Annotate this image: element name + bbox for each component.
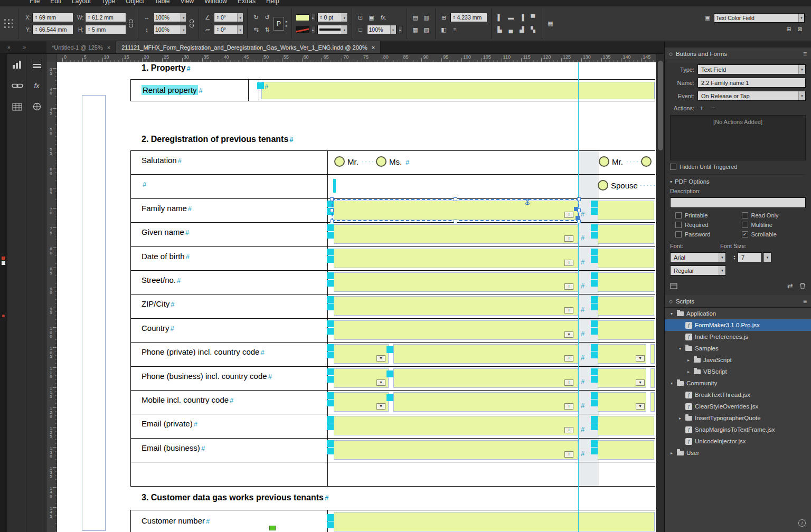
disclosure-icon[interactable]: ▾: [677, 346, 683, 351]
checkbox-icon[interactable]: [675, 212, 682, 218]
password-checkbox[interactable]: Password: [675, 231, 740, 238]
dock-collapse-icon[interactable]: »: [7, 44, 11, 50]
stepper-arrows-icon[interactable]: ▲▼: [732, 255, 737, 260]
grid-options-icon[interactable]: ▦: [546, 20, 555, 28]
panel-menu-icon[interactable]: ≡: [803, 50, 807, 58]
form-field-street-no-[interactable]: [334, 272, 578, 292]
form-field-family-name-2[interactable]: [598, 201, 654, 220]
flip-vertical-button[interactable]: ⇅: [262, 25, 272, 34]
effects-button[interactable]: fx.: [378, 13, 390, 22]
script-unicodeinjector-jsx[interactable]: ƒUnicodeInjector.jsx: [665, 435, 811, 447]
selection-handle[interactable]: [330, 220, 334, 223]
required-checkbox[interactable]: Required: [675, 222, 740, 228]
menu-extras[interactable]: Extras: [232, 0, 261, 3]
distribute-left-button[interactable]: ▙: [495, 25, 505, 34]
form-field-country[interactable]: [334, 320, 578, 340]
folder-inserttypographerquote[interactable]: ▸InsertTypographerQuote: [665, 412, 811, 424]
wrap-around-button[interactable]: ▥: [422, 13, 431, 22]
preview-panel-icon[interactable]: [670, 283, 677, 289]
checkbox-icon[interactable]: [675, 231, 682, 238]
vertical-scrollbar[interactable]: [656, 54, 664, 532]
selection-handle[interactable]: [577, 220, 581, 223]
script-snapmarginstotextframe-jsx[interactable]: ƒSnapMarginsToTextFrame.jsx: [665, 424, 811, 435]
wrap-none-button[interactable]: ▤: [411, 13, 420, 22]
salutation2-ms-radio[interactable]: [641, 156, 652, 167]
reference-point-proxy[interactable]: [3, 18, 14, 29]
menu-type[interactable]: Type: [96, 0, 120, 3]
opacity-expander-icon[interactable]: ▸: [398, 26, 403, 33]
auto-fit-button[interactable]: ≡: [450, 25, 460, 34]
hidden-until-triggered-checkbox[interactable]: Hidden Until Triggered: [670, 164, 806, 170]
printable-checkbox[interactable]: Printable: [675, 212, 740, 218]
disclosure-icon[interactable]: ▸: [686, 369, 691, 374]
form-field-customer-number[interactable]: [334, 512, 655, 531]
form-field-zip-city-2[interactable]: [598, 296, 654, 316]
tab-close-icon[interactable]: ×: [372, 44, 375, 51]
y-position-input[interactable]: ▲▼66.544 mm: [32, 25, 73, 34]
checkbox-icon[interactable]: ✓: [742, 231, 748, 238]
frame-fitting-icon[interactable]: ▣: [367, 13, 376, 22]
disclosure-icon[interactable]: ▾: [669, 311, 674, 316]
description-input[interactable]: [670, 197, 806, 208]
folder-vbscript[interactable]: ▸VBScript: [665, 366, 811, 377]
stroke-style-select[interactable]: ▾: [317, 25, 348, 34]
folder-community[interactable]: ▾Community: [665, 377, 811, 389]
corner-options-icon[interactable]: ⊞: [439, 13, 449, 22]
align-left-button[interactable]: ▌: [495, 13, 505, 22]
align-right-button[interactable]: ▐: [517, 13, 527, 22]
pdf-options-section[interactable]: ▾ PDF Options: [670, 174, 806, 185]
horizontal-ruler[interactable]: 0510152025303540455055606570758085909510…: [57, 54, 656, 62]
spouse-radio[interactable]: [598, 180, 608, 191]
document-tab[interactable]: *Untitled-1 @ 125%×: [46, 41, 116, 53]
empty-text-frame[interactable]: [82, 95, 106, 531]
form-field-given-name-2[interactable]: [598, 224, 654, 244]
stroke-weight-input[interactable]: ▲▼0 pt▾: [317, 13, 348, 22]
style-new-icon[interactable]: ⊞: [784, 25, 794, 34]
add-action-button[interactable]: +: [697, 104, 706, 112]
color-panel-icon[interactable]: [27, 96, 46, 117]
form-field-street-no--2[interactable]: [598, 272, 654, 292]
flip-horizontal-button[interactable]: ⇆: [251, 25, 261, 34]
width-input[interactable]: ▲▼61.2 mm: [85, 13, 126, 22]
font-size-stepper[interactable]: ▲▼ 7 ▾: [732, 252, 771, 262]
form-field-email-private-[interactable]: [334, 416, 578, 435]
selection-handle[interactable]: [577, 197, 581, 201]
distribute-space-button[interactable]: ▚: [529, 25, 538, 34]
folder-application[interactable]: ▾Application: [665, 308, 811, 319]
read-only-checkbox[interactable]: Read Only: [742, 212, 806, 218]
rotate-cw-button[interactable]: ↻: [251, 13, 261, 22]
form-field-mobile-incl-country-code[interactable]: [393, 392, 578, 412]
font-style-select[interactable]: Regular▾: [670, 265, 726, 276]
tab-close-icon[interactable]: ×: [107, 44, 110, 51]
panel-menu-icon[interactable]: ≡: [803, 298, 807, 305]
scale-x-input[interactable]: 100%▾: [153, 13, 187, 22]
script-formmaker3-1-0-pro-jsx[interactable]: ƒFormMaker3.1.0.Pro.jsx: [665, 319, 811, 331]
panel-collapse-icon[interactable]: ◇: [669, 299, 673, 304]
form-field-email-business-[interactable]: [334, 440, 578, 460]
wrap-jump-button[interactable]: ▦: [411, 25, 420, 34]
dock-collapse-icon[interactable]: »: [23, 44, 26, 50]
form-field-given-name[interactable]: [334, 224, 578, 244]
disclosure-icon[interactable]: ▾: [669, 381, 674, 386]
menu-window[interactable]: Window: [199, 0, 232, 3]
script-indic-preferences-js[interactable]: ƒIndic Preferences.js: [665, 331, 811, 343]
font-size-dropdown[interactable]: ▾: [763, 252, 771, 262]
height-input[interactable]: ▲▼5 mm: [85, 25, 126, 34]
selection-handle[interactable]: [576, 216, 580, 220]
document-canvas[interactable]: 1. Property#Rental property##2. Deregist…: [57, 62, 656, 532]
scrollbar-thumb[interactable]: [658, 61, 663, 150]
stroke-panel-icon[interactable]: [27, 54, 46, 75]
stroke-color-swatch[interactable]: [296, 26, 309, 33]
salutation-mr-radio[interactable]: [334, 156, 345, 167]
menu-file[interactable]: File: [24, 0, 45, 3]
distribute-center-button[interactable]: ▄: [506, 25, 516, 34]
distribute-right-button[interactable]: ▟: [517, 25, 527, 34]
scripts-panel-header[interactable]: ◇ Scripts ≡: [665, 295, 811, 308]
opacity-input[interactable]: 100%▾: [367, 25, 397, 34]
anchored-object-adornment[interactable]: [524, 198, 531, 206]
selection-handle[interactable]: [454, 220, 457, 223]
links-panel-icon[interactable]: [7, 75, 27, 96]
constrain-dimensions-icon[interactable]: [128, 20, 134, 27]
folder-javascript[interactable]: ▸JavaScript: [665, 354, 811, 366]
info-icon[interactable]: i: [798, 519, 806, 527]
